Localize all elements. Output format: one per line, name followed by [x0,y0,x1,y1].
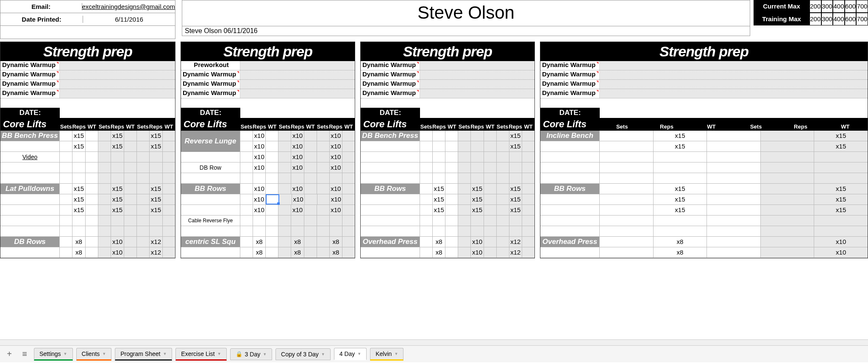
tab-kelvin[interactable]: Kelvin▼ [370,348,403,361]
email-row[interactable]: Email: exceltrainingdesigns@gmail.com [0,0,175,13]
max-cell[interactable]: 300 [821,13,833,25]
max-block: Current Max 200 300 400 600 700 Training… [754,0,868,39]
client-name[interactable]: Steve Olson [182,0,750,26]
warmup-cell[interactable]: Dynamic Warmup [181,80,240,89]
warmup-cell[interactable]: Dynamic Warmup [181,70,240,79]
comment-indicator-icon [596,90,598,92]
date-header: DATE: [361,108,420,118]
comment-indicator-icon [56,71,58,73]
spreadsheet-area: Email: exceltrainingdesigns@gmail.com Da… [0,0,868,339]
warmup-cell[interactable]: Dynamic Warmup [0,61,60,70]
warmup-cell[interactable]: Dynamic Warmup [0,89,60,98]
chevron-down-icon: ▼ [64,352,67,356]
max-cell[interactable]: 300 [821,0,833,13]
comment-indicator-icon [596,71,598,73]
core-lifts-title: Core Lifts [0,118,60,131]
current-max-row[interactable]: Current Max 200 300 400 600 700 [754,0,868,13]
name-subtitle[interactable]: Steve Olson 06/11/2016 [182,26,750,36]
warmup-cell[interactable]: Dynamic Warmup [0,70,60,79]
current-max-label: Current Max [754,0,810,13]
comment-indicator-icon [56,90,58,92]
warmup-cell[interactable]: Dynamic Warmup [361,70,420,79]
max-cell[interactable]: 200 [810,0,821,13]
day4-column: Strength prep Dynamic Warmup Dynamic War… [540,42,868,258]
exercise-cell[interactable] [0,141,60,151]
warmup-cell[interactable]: Dynamic Warmup [540,61,600,70]
exercise-header[interactable]: BB Rows [540,184,600,194]
core-lifts-title: Core Lifts [361,118,420,131]
email-value: exceltrainingdesigns@gmail.com [82,3,175,10]
date-header: DATE: [181,108,240,118]
strength-prep-header: Strength prep [361,42,534,61]
comment-indicator-icon [56,62,58,64]
comment-indicator-icon [417,90,419,92]
tab-4day[interactable]: 4 Day▼ [334,348,367,360]
video-link[interactable]: Video [0,152,60,162]
exercise-header[interactable]: Incline Bench [540,131,600,141]
warmup-cell[interactable]: Dynamic Warmup [361,61,420,70]
date-label: Date Printed: [0,16,83,23]
date-row[interactable]: Date Printed: 6/11/2016 [0,13,175,26]
warmup-cell[interactable]: Dynamic Warmup [540,70,600,79]
exercise-header[interactable]: Lat Pulldowns [0,184,60,194]
max-cell[interactable]: 200 [810,13,821,25]
date-header: DATE: [0,108,60,118]
exercise-header[interactable]: DB Bench Press [361,131,420,141]
tab-copy-3day[interactable]: Copy of 3 Day▼ [275,348,331,360]
exercise-cell[interactable]: DB Row [181,162,240,173]
exercise-header[interactable]: DB Rows [0,237,60,247]
exercise-cell[interactable]: Cable Reverse Flye [181,216,240,226]
warmup-cell[interactable]: Dynamic Warmup [181,89,240,98]
exercise-header[interactable]: BB Rows [181,184,240,194]
info-block: Email: exceltrainingdesigns@gmail.com Da… [0,0,175,39]
chevron-down-icon: ▼ [102,352,106,356]
all-sheets-button[interactable]: ≡ [19,348,31,360]
comment-indicator-icon [596,81,598,83]
exercise-header[interactable]: Overhead Press [540,237,600,247]
lock-icon: 🔒 [236,351,242,357]
day2-column: Strength prep Preworkout Dynamic Warmup … [181,42,355,258]
strength-prep-header: Strength prep [540,42,868,61]
warmup-cell[interactable]: Dynamic Warmup [0,80,60,89]
chevron-down-icon: ▼ [263,352,267,356]
warmup-cell[interactable]: Dynamic Warmup [361,80,420,89]
chevron-down-icon: ▼ [217,352,221,356]
warmup-cell[interactable]: Dynamic Warmup [361,89,420,98]
warmup-cell[interactable]: Dynamic Warmup [540,80,600,89]
max-cell[interactable]: 600 [845,13,857,25]
tab-3day[interactable]: 🔒3 Day▼ [230,348,273,360]
exercise-header[interactable]: centric SL Squ [181,237,240,247]
horizontal-scrollbar[interactable] [0,339,868,345]
tab-settings[interactable]: Settings▼ [34,348,73,361]
tab-clients[interactable]: Clients▼ [76,348,112,361]
training-max-row[interactable]: Training Max 200 300 400 600 700 [754,13,868,25]
max-cell[interactable]: 600 [845,0,857,13]
max-cell[interactable]: 400 [833,0,845,13]
comment-indicator-icon [237,71,239,73]
exercise-header[interactable]: BB Rows [361,184,420,194]
name-block: Steve Olson Steve Olson 06/11/2016 [182,0,750,39]
tab-exercise-list[interactable]: Exercise List▼ [175,348,226,361]
tab-program-sheet[interactable]: Program Sheet▼ [115,348,172,361]
day1-column: Strength prep Dynamic Warmup Dynamic War… [0,42,175,258]
date-value: 6/11/2016 [83,16,175,23]
selected-cell[interactable] [266,194,280,204]
training-max-label: Training Max [754,13,810,25]
max-cell[interactable]: 400 [833,13,845,25]
max-cell[interactable]: 700 [856,13,868,25]
core-lifts-title: Core Lifts [181,118,240,131]
header-section: Email: exceltrainingdesigns@gmail.com Da… [0,0,868,39]
comment-indicator-icon [417,81,419,83]
comment-indicator-icon [56,81,58,83]
comment-indicator-icon [596,62,598,64]
exercise-header[interactable]: BB Bench Press [0,131,60,141]
warmup-cell[interactable]: Preworkout [181,61,240,70]
core-lifts-title: Core Lifts [540,118,600,131]
add-sheet-button[interactable]: + [3,348,15,360]
warmup-cell[interactable]: Dynamic Warmup [540,89,600,98]
comment-indicator-icon [417,71,419,73]
exercise-header[interactable]: Overhead Press [361,237,420,247]
sheet-tabs: + ≡ Settings▼ Clients▼ Program Sheet▼ Ex… [0,345,868,362]
max-cell[interactable]: 700 [856,0,868,13]
day3-column: Strength prep Dynamic Warmup Dynamic War… [360,42,535,258]
